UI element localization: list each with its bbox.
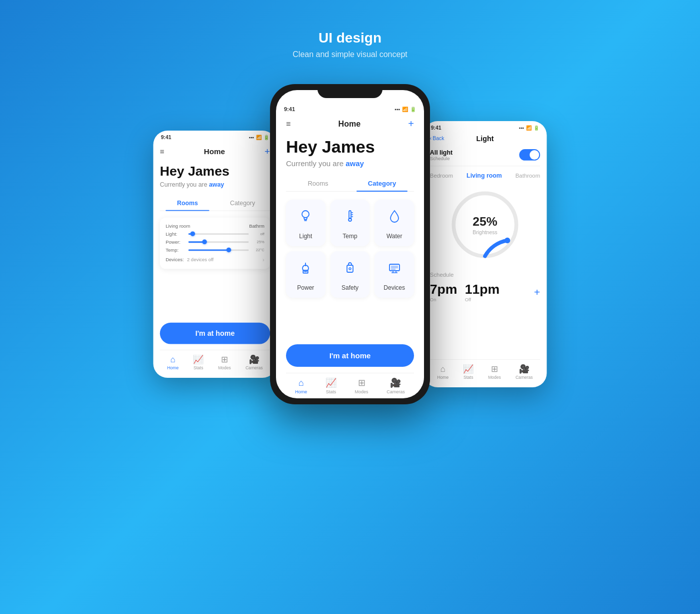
left-slider-light: Light: off [166, 231, 264, 236]
center-nav-cameras[interactable]: 🎥 Cameras [386, 377, 405, 394]
center-hamburger-icon[interactable]: ≡ [286, 120, 290, 129]
right-nav-modes-label: Modes [488, 375, 501, 380]
left-status-icons: ▪▪▪ 📶 🔋 [249, 135, 270, 140]
right-time: 9:41 [431, 125, 442, 131]
right-nav-home[interactable]: ⌂ Home [437, 364, 448, 379]
right-battery-icon: 🔋 [534, 125, 539, 130]
center-nav-modes[interactable]: ⊞ Modes [355, 377, 368, 394]
left-slider-temp-value: 22°C [252, 248, 264, 252]
left-slider-light-track[interactable] [188, 233, 249, 235]
center-plus-icon[interactable]: + [408, 118, 414, 130]
temp-icon [334, 208, 366, 227]
left-slider-light-value: off [252, 232, 264, 236]
left-nav-stats[interactable]: 📈 Stats [193, 354, 204, 370]
left-devices-row: Devices: 2 devices off › [166, 257, 264, 263]
right-nav-cameras[interactable]: 🎥 Cameras [516, 364, 533, 380]
safety-icon [334, 259, 366, 279]
left-slider-light-label: Light: [166, 231, 184, 236]
left-nav-modes[interactable]: ⊞ Modes [218, 354, 231, 370]
right-schedule-off-label: Off [465, 297, 500, 302]
center-nav-home[interactable]: ⌂ Home [295, 378, 307, 394]
svg-point-7 [348, 218, 352, 221]
center-app-content: ≡ Home + Hey James Currently you are awa… [276, 114, 424, 397]
center-app-title: Home [338, 120, 360, 129]
center-tabs: Rooms Category [286, 176, 414, 192]
category-safety-card[interactable]: Safety [330, 251, 370, 298]
center-category-grid: Light [286, 200, 414, 298]
right-nav-modes-icon: ⊞ [491, 364, 498, 374]
back-label: Back [432, 136, 444, 141]
left-app-header: ≡ Home + [160, 142, 270, 161]
right-nav-stats[interactable]: 📈 Stats [463, 364, 474, 380]
right-all-light-sub: Schedule [430, 156, 452, 161]
left-nav-stats-icon: 📈 [193, 354, 204, 365]
left-greeting-status: Currently you are away [160, 181, 270, 188]
right-toggle[interactable] [519, 149, 540, 161]
left-home-btn[interactable]: I'm at home [160, 323, 270, 344]
category-light-card[interactable]: Light [286, 200, 326, 246]
svg-point-15 [349, 268, 351, 270]
left-plus-icon[interactable]: + [264, 146, 270, 157]
right-all-light-label: All light [430, 149, 452, 156]
category-water-card[interactable]: Water [374, 200, 414, 246]
right-schedule-times: 7pm On 11pm Off + [430, 282, 540, 302]
left-phone: 9:41 ▪▪▪ 📶 🔋 ≡ Home + Hey James Currentl… [154, 131, 277, 378]
category-devices-card[interactable]: Devices [374, 251, 414, 298]
left-nav-home-label: Home [167, 365, 178, 370]
right-light-title: Light [476, 134, 494, 142]
right-room-living[interactable]: Living room [466, 172, 502, 179]
light-icon [290, 208, 322, 227]
right-status-bar: 9:41 ▪▪▪ 📶 🔋 [424, 121, 547, 133]
brightness-center-display: 25% Brightness [472, 215, 497, 235]
back-chevron-icon: ‹ [430, 136, 432, 141]
center-tab-category[interactable]: Category [350, 176, 414, 191]
svg-point-24 [504, 238, 510, 243]
right-toggle-thumb [530, 150, 539, 160]
phone-notch [318, 84, 382, 98]
right-schedule-off-time: 11pm [465, 282, 500, 297]
left-devices-chevron-icon[interactable]: › [262, 257, 264, 263]
left-nav-cameras[interactable]: 🎥 Cameras [246, 354, 263, 370]
right-nav-stats-icon: 📈 [463, 364, 474, 374]
right-back-btn[interactable]: ‹ Back [430, 136, 444, 141]
center-home-btn[interactable]: I'm at home [286, 344, 414, 367]
page-subtitle: Clean and simple visual concept [0, 50, 700, 59]
right-room-bedroom[interactable]: Bedroom [430, 172, 453, 179]
left-room-name2: Bathrm [249, 223, 264, 228]
right-brightness-circle[interactable]: 25% Brightness [447, 187, 523, 263]
left-slider-power-track[interactable] [188, 241, 249, 243]
right-room-selector: Bedroom Living room Bathroom [430, 166, 540, 182]
right-schedule-on-time: 7pm [430, 282, 458, 297]
right-nav-modes[interactable]: ⊞ Modes [488, 364, 501, 380]
left-app-title: Home [204, 147, 225, 156]
left-tab-category[interactable]: Category [215, 196, 270, 210]
right-status-icons: ▪▪▪ 📶 🔋 [519, 125, 540, 130]
left-room-card: Living room Bathrm Light: off Power: [160, 218, 270, 269]
category-power-card[interactable]: Power [286, 251, 326, 298]
left-nav-cameras-icon: 🎥 [249, 354, 260, 365]
right-schedule-add-btn[interactable]: + [534, 286, 540, 298]
left-tab-rooms[interactable]: Rooms [160, 196, 215, 210]
wifi-icon: 📶 [256, 135, 262, 140]
center-tab-rooms[interactable]: Rooms [286, 176, 350, 191]
center-nav-stats-label: Stats [326, 389, 336, 394]
phones-container: 9:41 ▪▪▪ 📶 🔋 ≡ Home + Hey James Currentl… [0, 74, 700, 404]
right-light-header: ‹ Back Light [430, 133, 540, 144]
center-status-icons: ▪▪▪ 📶 🔋 [394, 107, 416, 112]
category-temp-card[interactable]: Temp [330, 200, 370, 246]
center-phone-wrapper: 9:41 ▪▪▪ 📶 🔋 ≡ Home + [270, 84, 430, 404]
center-nav-stats[interactable]: 📈 Stats [326, 377, 336, 394]
category-temp-label: Temp [342, 233, 357, 240]
battery-icon: 🔋 [264, 135, 269, 140]
right-all-light-info: All light Schedule [430, 149, 452, 161]
left-nav-home[interactable]: ⌂ Home [167, 354, 178, 370]
right-room-bathroom[interactable]: Bathroom [516, 172, 540, 179]
center-bottom-nav: ⌂ Home 📈 Stats ⊞ Modes 🎥 [286, 373, 414, 397]
right-app-content: ‹ Back Light All light Schedule Bedroom … [424, 133, 547, 383]
left-hamburger-icon[interactable]: ≡ [160, 147, 164, 156]
category-light-label: Light [299, 233, 312, 240]
page-header: UI design Clean and simple visual concep… [0, 0, 700, 59]
left-slider-temp-track[interactable] [188, 249, 249, 251]
right-nav-home-label: Home [437, 375, 448, 380]
right-phone: 9:41 ▪▪▪ 📶 🔋 ‹ Back Light All light Sc [424, 121, 547, 387]
